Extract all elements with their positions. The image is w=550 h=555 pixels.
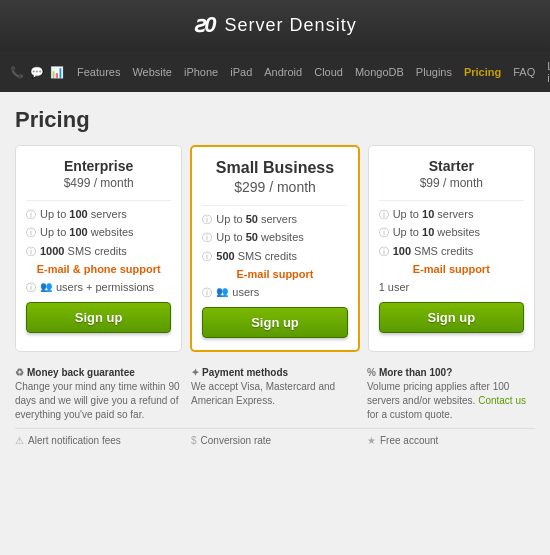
volume-pricing-block: % More than 100? Volume pricing applies … [367, 367, 535, 422]
small-business-title: Small Business [202, 159, 347, 177]
bottom-alerts-row: ⚠ Alert notification fees $ Conversion r… [15, 428, 535, 446]
small-business-signup-button[interactable]: Sign up [202, 307, 347, 338]
info-icon: ⓘ [202, 213, 212, 226]
nav-links-container: Features Website iPhone iPad Android Clo… [72, 58, 550, 86]
volume-title: More than 100? [379, 367, 452, 378]
nav-iphone[interactable]: iPhone [179, 64, 223, 80]
alert-free-account: ★ Free account [367, 435, 535, 446]
money-back-title: Money back guarantee [27, 367, 135, 378]
alert-fees-icon: ⚠ [15, 435, 24, 446]
logo-text: Server Density [225, 15, 357, 36]
header: ƨ0 Server Density [0, 0, 550, 52]
plan-enterprise: Enterprise $499 / month ⓘ Up to 100 serv… [15, 145, 182, 352]
users-icon: 👥 [216, 285, 228, 298]
feature-item: ⓘ Up to 50 servers [202, 212, 347, 226]
nav-android[interactable]: Android [259, 64, 307, 80]
nav-utility-icons: 📞 💬 📊 [10, 66, 64, 79]
money-back-text: Change your mind any time within 90 days… [15, 380, 183, 422]
feature-item: ⓘ 👥 users [202, 285, 347, 299]
feature-item: 1 user [379, 280, 524, 294]
feature-item: ⓘ 1000 SMS credits [26, 244, 171, 258]
info-icon: ⓘ [379, 208, 389, 221]
nav-faq[interactable]: FAQ [508, 64, 540, 80]
phone-icon[interactable]: 📞 [10, 66, 24, 79]
chat-icon[interactable]: 💬 [30, 66, 44, 79]
small-business-features: ⓘ Up to 50 servers ⓘ Up to 50 websites ⓘ… [202, 212, 347, 299]
nav-website[interactable]: Website [127, 64, 177, 80]
nav-mongodb[interactable]: MongoDB [350, 64, 409, 80]
info-icon: ⓘ [202, 250, 212, 263]
nav-plugins[interactable]: Plugins [411, 64, 457, 80]
starter-support: E-mail support [379, 262, 524, 276]
users-icon: 👥 [40, 280, 52, 293]
info-icon: ⓘ [202, 231, 212, 244]
nav-login[interactable]: Log in [542, 58, 550, 86]
starter-title: Starter [379, 158, 524, 174]
info-icon: ⓘ [26, 226, 36, 239]
payment-text: We accept Visa, Mastercard and American … [191, 380, 359, 408]
starter-signup-button[interactable]: Sign up [379, 302, 524, 333]
money-back-icon: ♻ [15, 367, 24, 378]
starter-price: $99 / month [379, 176, 524, 190]
plan-small-business: Small Business $299 / month ⓘ Up to 50 s… [190, 145, 359, 352]
volume-text: Volume pricing applies after 100 servers… [367, 380, 535, 422]
main-content: Pricing Enterprise $499 / month ⓘ Up to … [0, 92, 550, 456]
payment-icon: ✦ [191, 367, 199, 378]
conversion-rate-icon: $ [191, 435, 197, 446]
feature-item: ⓘ 500 SMS credits [202, 249, 347, 263]
alert-fees-label: Alert notification fees [28, 435, 121, 446]
payment-methods-block: ✦ Payment methods We accept Visa, Master… [191, 367, 359, 422]
feature-item: ⓘ Up to 50 websites [202, 230, 347, 244]
nav-features[interactable]: Features [72, 64, 125, 80]
feature-item: ⓘ Up to 10 servers [379, 207, 524, 221]
logo-symbol: ƨ0 [193, 12, 216, 38]
logo-container: ƨ0 Server Density [20, 12, 530, 38]
page-title: Pricing [15, 107, 535, 133]
enterprise-price: $499 / month [26, 176, 171, 190]
info-icon: ⓘ [379, 245, 389, 258]
starter-features: ⓘ Up to 10 servers ⓘ Up to 10 websites ⓘ… [379, 207, 524, 294]
feature-item: ⓘ 100 SMS credits [379, 244, 524, 258]
info-icon: ⓘ [26, 208, 36, 221]
nav-ipad[interactable]: iPad [225, 64, 257, 80]
pricing-cards-container: Enterprise $499 / month ⓘ Up to 100 serv… [15, 145, 535, 352]
feature-item: ⓘ Up to 100 servers [26, 207, 171, 221]
info-icon: ⓘ [26, 245, 36, 258]
free-account-label: Free account [380, 435, 438, 446]
nav-pricing[interactable]: Pricing [459, 64, 506, 80]
enterprise-title: Enterprise [26, 158, 171, 174]
small-business-support: E-mail support [202, 267, 347, 281]
info-icon: ⓘ [202, 286, 212, 299]
enterprise-signup-button[interactable]: Sign up [26, 302, 171, 333]
feature-item: ⓘ 👥 users + permissions [26, 280, 171, 294]
contact-link[interactable]: Contact us [478, 395, 526, 406]
money-back-block: ♻ Money back guarantee Change your mind … [15, 367, 183, 422]
payment-title: Payment methods [202, 367, 288, 378]
navigation: 📞 💬 📊 Features Website iPhone iPad Andro… [0, 52, 550, 92]
conversion-rate-label: Conversion rate [201, 435, 272, 446]
info-icon: ⓘ [379, 226, 389, 239]
bottom-info-section: ♻ Money back guarantee Change your mind … [15, 367, 535, 422]
alert-notification-fees: ⚠ Alert notification fees [15, 435, 183, 446]
enterprise-features: ⓘ Up to 100 servers ⓘ Up to 100 websites… [26, 207, 171, 294]
free-account-icon: ★ [367, 435, 376, 446]
chart-icon[interactable]: 📊 [50, 66, 64, 79]
nav-cloud[interactable]: Cloud [309, 64, 348, 80]
percent-icon: % [367, 367, 376, 378]
feature-item: ⓘ Up to 100 websites [26, 225, 171, 239]
info-icon: ⓘ [26, 281, 36, 294]
feature-item: ⓘ Up to 10 websites [379, 225, 524, 239]
small-business-price: $299 / month [202, 179, 347, 195]
plan-starter: Starter $99 / month ⓘ Up to 10 servers ⓘ… [368, 145, 535, 352]
alert-conversion-rate: $ Conversion rate [191, 435, 359, 446]
enterprise-support: E-mail & phone support [26, 262, 171, 276]
